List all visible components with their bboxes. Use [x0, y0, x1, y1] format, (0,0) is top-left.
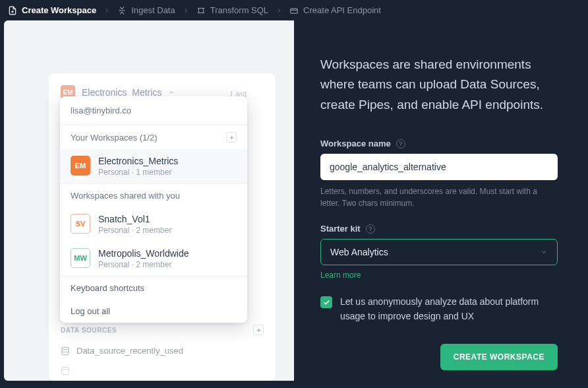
- starter-kit-label: Starter kit: [320, 224, 361, 234]
- workspace-item-sub: Personal · 1 member: [98, 168, 178, 177]
- starter-kit-field-group: Starter kit ? Web Analytics Learn more: [320, 224, 558, 280]
- workspace-avatar: MW: [71, 248, 90, 268]
- workspace-item-title: Snatch_Vol1: [98, 214, 171, 224]
- svg-rect-3: [198, 8, 203, 13]
- workspace-item-sub: Personal · 2 member: [98, 260, 189, 269]
- svg-point-15: [62, 367, 69, 370]
- intro-text: Workspaces are shared environments where…: [320, 55, 558, 115]
- svg-point-14: [62, 347, 69, 350]
- left-panel: EM Electronics_Metrics Last Yet_a_pipe D…: [4, 20, 294, 381]
- workspace-dropdown: lisa@tinybird.co Your Workspaces (1/2) E…: [60, 96, 247, 323]
- starter-kit-value: Web Analytics: [330, 247, 388, 257]
- workspace-name-hint: Letters, numbers, and underscores are va…: [320, 185, 558, 209]
- analytics-consent-row: Let us anonymously analyze data about pl…: [320, 295, 558, 323]
- crumb-ingest-data[interactable]: Ingest Data: [117, 5, 175, 15]
- datasource-item-partial: [61, 361, 264, 381]
- database-icon: [61, 346, 70, 356]
- user-email: lisa@tinybird.co: [60, 96, 247, 125]
- workspace-item-title: Metropolis_Worldwide: [98, 248, 189, 259]
- chevron-right-icon: [103, 7, 111, 15]
- your-workspaces-header: Your Workspaces (1/2): [60, 125, 247, 149]
- crumb-transform-sql[interactable]: Transform SQL: [196, 5, 268, 15]
- starter-kit-select[interactable]: Web Analytics: [320, 239, 558, 265]
- chevron-right-icon: [275, 7, 283, 15]
- datasource-item[interactable]: Data_source_recently_used: [61, 340, 264, 361]
- create-workspace-form: Workspaces are shared environments where…: [294, 20, 584, 381]
- chevron-up-icon: [168, 89, 175, 96]
- crumb-label: Transform SQL: [210, 5, 268, 15]
- help-icon[interactable]: ?: [396, 139, 405, 148]
- shared-workspaces-header: Workspaces shared with you: [60, 184, 247, 207]
- ingest-icon: [117, 6, 127, 15]
- learn-more-link[interactable]: Learn more: [320, 271, 361, 280]
- database-icon: [61, 366, 70, 375]
- crumb-label: Create API Endpoint: [303, 5, 381, 15]
- keyboard-shortcuts-link[interactable]: Keyboard shortcuts: [60, 276, 247, 300]
- analytics-checkbox[interactable]: [320, 296, 332, 308]
- help-icon[interactable]: ?: [366, 224, 375, 234]
- workspace-item-metropolis-worldwide[interactable]: MW Metropolis_Worldwide Personal · 2 mem…: [60, 242, 247, 276]
- workspace-name-input[interactable]: [320, 154, 558, 180]
- crumb-create-api[interactable]: Create API Endpoint: [289, 5, 381, 15]
- transform-icon: [196, 6, 206, 15]
- chevron-right-icon: [182, 7, 190, 15]
- create-workspace-button[interactable]: CREATE WORKSPACE: [440, 344, 558, 370]
- add-workspace-button[interactable]: [226, 132, 237, 143]
- workspace-item-sub: Personal · 2 member: [98, 226, 171, 235]
- workspace-item-electronics-metrics[interactable]: EM Electronics_Metrics Personal · 1 memb…: [60, 149, 247, 183]
- add-datasource-button[interactable]: [253, 325, 264, 335]
- svg-rect-8: [291, 9, 298, 13]
- workspace-name-field-group: Workspace name ? Letters, numbers, and u…: [320, 139, 558, 209]
- chevron-down-icon: [540, 248, 548, 256]
- api-icon: [289, 6, 299, 15]
- datasource-name: Data_source_recently_used: [76, 346, 183, 356]
- crumb-label: Create Workspace: [22, 5, 96, 15]
- logout-all-link[interactable]: Log out all: [60, 300, 247, 323]
- crumb-create-workspace[interactable]: Create Workspace: [8, 5, 96, 15]
- breadcrumb: Create Workspace Ingest Data Transform S…: [0, 0, 588, 20]
- analytics-checkbox-label: Let us anonymously analyze data about pl…: [340, 295, 558, 323]
- crumb-label: Ingest Data: [131, 5, 175, 15]
- workspace-name-label: Workspace name: [320, 139, 391, 148]
- workspace-avatar: SV: [71, 214, 90, 234]
- workspace-item-title: Electronics_Metrics: [98, 156, 178, 166]
- workspace-avatar: EM: [71, 156, 90, 176]
- workspace-item-snatch-vol1[interactable]: SV Snatch_Vol1 Personal · 2 member: [60, 207, 247, 242]
- file-plus-icon: [8, 6, 17, 15]
